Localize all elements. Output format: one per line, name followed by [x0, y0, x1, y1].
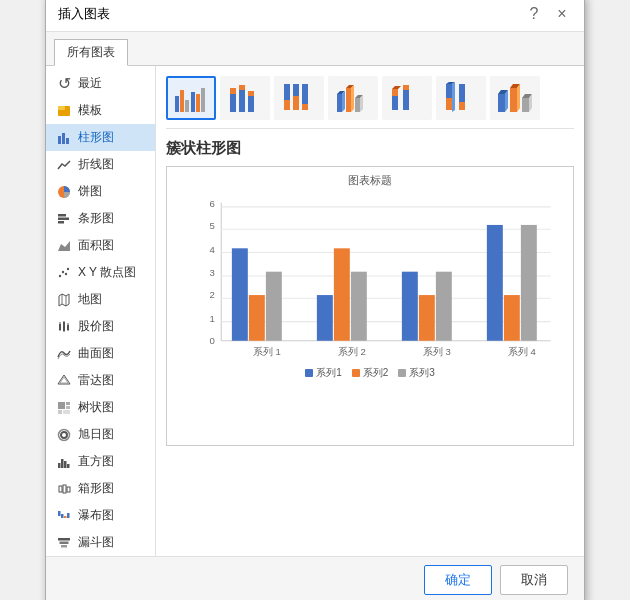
sidebar-item-surface[interactable]: 曲面图	[46, 340, 155, 367]
svg-rect-57	[239, 85, 245, 90]
sidebar-label-bar: 柱形图	[78, 129, 114, 146]
scatter-icon	[56, 265, 72, 281]
svg-rect-117	[419, 295, 435, 341]
main-content: 簇状柱形图 图表标题 0 1 2 3 4	[156, 66, 584, 556]
chart-type-clustered[interactable]	[166, 76, 216, 120]
confirm-button[interactable]: 确定	[424, 565, 492, 595]
svg-rect-2	[58, 136, 61, 144]
sidebar-label-pie: 饼图	[78, 183, 102, 200]
sidebar-item-line[interactable]: 折线图	[46, 151, 155, 178]
tab-bar: 所有图表	[46, 32, 584, 66]
svg-rect-36	[63, 485, 66, 493]
svg-rect-80	[446, 84, 452, 98]
svg-rect-111	[249, 295, 265, 341]
svg-point-13	[67, 267, 69, 269]
sidebar-item-waterfall[interactable]: 瀑布图	[46, 502, 155, 529]
sidebar-item-area[interactable]: 面积图	[46, 232, 155, 259]
sidebar-label-waterfall: 瀑布图	[78, 507, 114, 524]
svg-rect-28	[63, 410, 70, 414]
chart-type-3d-clustered[interactable]	[328, 76, 378, 120]
svg-rect-79	[403, 85, 409, 90]
svg-rect-84	[459, 84, 465, 102]
sidebar-label-box: 箱形图	[78, 480, 114, 497]
svg-point-11	[62, 270, 64, 272]
chart-type-3d-stacked[interactable]	[382, 76, 432, 120]
svg-rect-40	[64, 516, 67, 518]
svg-text:系列 4: 系列 4	[508, 346, 537, 357]
svg-rect-81	[446, 98, 452, 110]
sidebar-label-surface: 曲面图	[78, 345, 114, 362]
svg-rect-110	[232, 248, 248, 340]
svg-rect-59	[248, 91, 254, 96]
svg-rect-52	[196, 94, 200, 112]
tab-all-charts[interactable]: 所有图表	[54, 39, 128, 66]
help-button[interactable]: ?	[524, 6, 544, 22]
svg-rect-35	[59, 486, 62, 492]
chart-type-3d-100stacked[interactable]	[436, 76, 486, 120]
svg-rect-31	[58, 463, 61, 468]
svg-rect-26	[66, 406, 70, 409]
sidebar-item-scatter[interactable]: X Y 散点图	[46, 259, 155, 286]
svg-rect-7	[58, 217, 69, 220]
sidebar-item-sunburst[interactable]: 旭日图	[46, 421, 155, 448]
sidebar-item-recent[interactable]: ↺ 最近	[46, 70, 155, 97]
chart-type-row	[166, 76, 574, 129]
svg-rect-38	[58, 511, 61, 516]
sidebar-label-treemap: 树状图	[78, 399, 114, 416]
svg-rect-4	[66, 138, 69, 144]
sidebar-item-radar[interactable]: 雷达图	[46, 367, 155, 394]
recent-icon: ↺	[56, 76, 72, 92]
svg-rect-27	[58, 410, 62, 414]
svg-rect-112	[266, 272, 282, 341]
sidebar-label-stock: 股价图	[78, 318, 114, 335]
svg-rect-61	[284, 100, 290, 110]
cancel-button[interactable]: 取消	[500, 565, 568, 595]
chart-type-100stacked[interactable]	[274, 76, 324, 120]
histogram-icon	[56, 454, 72, 470]
sidebar-item-histogram[interactable]: 直方图	[46, 448, 155, 475]
stock-icon	[56, 319, 72, 335]
svg-rect-89	[510, 88, 517, 112]
svg-point-29	[61, 432, 67, 438]
svg-point-10	[59, 274, 61, 276]
svg-marker-83	[452, 82, 455, 112]
sidebar-item-pie[interactable]: 饼图	[46, 178, 155, 205]
sidebar-label-sunburst: 旭日图	[78, 426, 114, 443]
svg-rect-53	[201, 88, 205, 112]
treemap-icon	[56, 400, 72, 416]
sidebar-item-box[interactable]: 箱形图	[46, 475, 155, 502]
svg-marker-71	[351, 85, 354, 112]
title-bar: 插入图表 ? ×	[46, 0, 584, 32]
sidebar-item-map[interactable]: 地图	[46, 286, 155, 313]
svg-rect-120	[504, 295, 520, 341]
sidebar-label-template: 模板	[78, 102, 102, 119]
chart-type-stacked[interactable]	[220, 76, 270, 120]
svg-rect-49	[180, 90, 184, 112]
legend-label-s2: 系列2	[363, 366, 389, 380]
svg-rect-69	[346, 88, 351, 112]
line-chart-icon	[56, 157, 72, 173]
sidebar-item-template[interactable]: 模板	[46, 97, 155, 124]
chart-type-3d-col[interactable]	[490, 76, 540, 120]
svg-rect-54	[230, 94, 236, 112]
template-icon	[56, 103, 72, 119]
legend-label-s1: 系列1	[316, 366, 342, 380]
sidebar-item-stock[interactable]: 股价图	[46, 313, 155, 340]
legend-dot-s1	[305, 369, 313, 377]
chart-area: 0 1 2 3 4 5 6	[173, 192, 567, 362]
svg-rect-66	[337, 94, 342, 112]
svg-text:系列 1: 系列 1	[253, 346, 281, 357]
svg-rect-39	[61, 514, 64, 518]
area-icon	[56, 238, 72, 254]
svg-rect-56	[239, 90, 245, 112]
legend-item-s1: 系列1	[305, 366, 342, 380]
close-button[interactable]: ×	[552, 6, 572, 22]
sidebar-item-treemap[interactable]: 树状图	[46, 394, 155, 421]
svg-rect-50	[185, 100, 189, 112]
sidebar-item-funnel[interactable]: 漏斗图	[46, 529, 155, 556]
sidebar-item-hbar[interactable]: 条形图	[46, 205, 155, 232]
sidebar-item-bar[interactable]: 柱形图	[46, 124, 155, 151]
svg-rect-32	[61, 459, 64, 468]
chart-preview: 图表标题 0 1 2 3 4 5 6	[166, 166, 574, 446]
svg-rect-34	[67, 464, 70, 468]
